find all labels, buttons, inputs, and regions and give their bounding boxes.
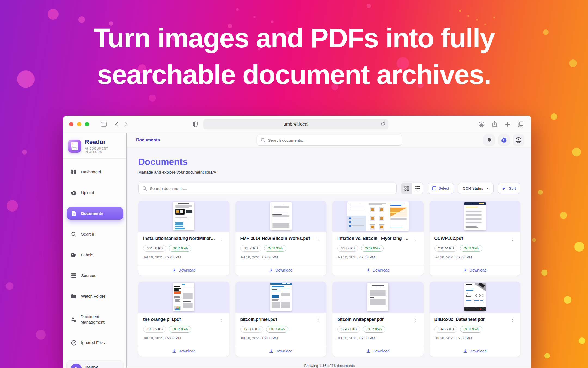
sidebar-item-label: Sources — [81, 273, 96, 278]
watch-folder-icon — [71, 293, 77, 299]
sidebar-item-upload[interactable]: Upload — [67, 186, 123, 199]
upload-icon — [71, 190, 77, 196]
decorative-dot — [459, 10, 461, 12]
back-icon[interactable] — [112, 120, 121, 128]
download-icon — [463, 268, 467, 272]
notifications-button[interactable] — [483, 134, 495, 146]
document-card[interactable]: CCWP102.pdf⋮231.44 KBOCR 95%Jul 10, 2025… — [430, 201, 521, 276]
sidebar-scrollbar[interactable] — [126, 133, 127, 368]
sort-icon — [503, 187, 506, 190]
download-button[interactable]: Download — [430, 265, 521, 276]
address-bar[interactable]: umbrel.local — [203, 119, 388, 129]
sidebar-item-document-management[interactable]: Document Management — [67, 311, 123, 328]
document-card[interactable]: the orange pill.pdf⋮183.02 KBOCR 95%Jul … — [138, 282, 229, 357]
document-date: Jul 10, 2025, 09:08 PM — [240, 255, 322, 259]
decorative-dot — [538, 190, 543, 195]
list-view-button[interactable] — [412, 183, 423, 194]
sidebar-item-dashboard[interactable]: Dashboard — [67, 166, 123, 178]
more-options-button[interactable]: ⋮ — [315, 317, 321, 322]
page-subtitle: Manage and explore your document library — [138, 170, 520, 174]
search-icon — [71, 231, 77, 237]
decorative-dot — [48, 9, 59, 20]
readur-logo-icon — [68, 140, 81, 153]
decorative-dot — [253, 16, 256, 18]
downloads-icon[interactable] — [477, 120, 486, 128]
document-card[interactable]: bitcoin whitepaper.pdf⋮179.97 KBOCR 95%J… — [332, 282, 424, 357]
sidebar-item-labels[interactable]: Labels — [67, 249, 123, 261]
labels-icon — [71, 252, 77, 258]
more-options-button[interactable]: ⋮ — [509, 317, 516, 322]
sidebar-item-search[interactable]: Search — [67, 228, 123, 240]
download-button[interactable]: Download — [138, 346, 229, 357]
sidebar-item-documents[interactable]: Documents — [67, 207, 123, 220]
grid-view-button[interactable] — [401, 183, 412, 194]
user-avatar: D — [71, 364, 82, 368]
sidebar-item-watch-folder[interactable]: Watch Folder — [67, 290, 123, 303]
more-options-button[interactable]: ⋮ — [509, 236, 516, 242]
decorative-dot — [467, 15, 469, 17]
reload-icon[interactable] — [381, 121, 385, 127]
ocr-status-badge: OCR 95% — [169, 245, 191, 252]
more-options-button[interactable]: ⋮ — [412, 317, 419, 322]
ocr-status-badge: OCR 95% — [169, 326, 191, 333]
sidebar-item-sources[interactable]: Sources — [67, 269, 123, 282]
zoom-window-button[interactable] — [85, 122, 89, 126]
more-options-button[interactable]: ⋮ — [218, 317, 225, 322]
breadcrumb[interactable]: Documents — [136, 138, 160, 143]
document-thumbnail — [138, 201, 229, 232]
global-search[interactable] — [257, 135, 402, 146]
select-button[interactable]: Select — [428, 183, 454, 194]
document-date: Jul 10, 2025, 09:08 PM — [143, 336, 225, 340]
sidebar-item-ignored-files[interactable]: Ignored Files — [67, 337, 123, 349]
privacy-shield-icon[interactable] — [191, 120, 200, 128]
file-size-badge: 86.86 KB — [240, 245, 261, 252]
download-icon — [172, 349, 176, 353]
brand-tagline: AI DOCUMENT PLATFORM — [85, 147, 122, 153]
more-options-button[interactable]: ⋮ — [412, 236, 419, 242]
download-button[interactable]: Download — [138, 265, 229, 276]
download-icon — [463, 349, 467, 353]
document-card[interactable]: BitBox02_Datasheet.pdf⋮189.37 KBOCR 95%J… — [430, 282, 521, 357]
sort-button[interactable]: Sort — [498, 183, 520, 194]
close-window-button[interactable] — [69, 122, 74, 126]
tab-overview-icon[interactable] — [516, 120, 525, 128]
page-title: Documents — [138, 157, 520, 167]
decorative-dot — [22, 150, 27, 155]
download-button[interactable]: Download — [430, 346, 521, 357]
document-thumbnail — [332, 201, 424, 232]
ignored-files-icon — [71, 340, 77, 346]
forward-icon[interactable] — [121, 120, 131, 128]
file-size-badge: 338.7 KB — [337, 245, 358, 252]
decorative-dot — [579, 337, 585, 344]
document-name: BitBox02_Datasheet.pdf — [434, 317, 487, 322]
decorative-dot — [541, 270, 547, 276]
account-button[interactable] — [513, 134, 524, 146]
document-search[interactable] — [138, 183, 397, 194]
more-options-button[interactable]: ⋮ — [315, 236, 321, 242]
user-card[interactable]: D Denny admin@readur.com — [66, 360, 124, 368]
download-button[interactable]: Download — [332, 265, 424, 276]
download-button[interactable]: Download — [235, 346, 327, 357]
decorative-dot — [6, 282, 13, 290]
sidebar-toggle-icon[interactable] — [99, 120, 108, 128]
share-icon[interactable] — [490, 120, 499, 128]
minimize-window-button[interactable] — [77, 122, 81, 126]
download-button[interactable]: Download — [332, 346, 424, 357]
more-options-button[interactable]: ⋮ — [218, 236, 225, 242]
document-card[interactable]: bitcoin.primer.pdf⋮176.66 KBOCR 95%Jul 1… — [235, 282, 327, 357]
global-search-input[interactable] — [268, 138, 398, 143]
download-icon — [172, 268, 176, 272]
new-tab-icon[interactable] — [503, 120, 512, 128]
download-button[interactable]: Download — [235, 265, 327, 276]
document-card[interactable]: Installationsanleitung NerdMiner.pdf⋮364… — [138, 201, 229, 276]
ocr-status-dropdown[interactable]: OCR Status — [458, 183, 494, 194]
theme-toggle-button[interactable] — [498, 134, 510, 146]
sidebar-item-label: Labels — [81, 252, 93, 258]
document-name: Inflation vs. Bitcoin_ Flyer lang_RGB.pd… — [337, 236, 412, 241]
document-card[interactable]: Inflation vs. Bitcoin_ Flyer lang_RGB.pd… — [332, 201, 424, 276]
document-search-input[interactable] — [150, 186, 393, 191]
document-card[interactable]: FMF-2014-How-Bitcoin-Works.pdf⋮86.86 KBO… — [235, 201, 327, 276]
view-toggle — [401, 183, 423, 194]
ocr-status-badge: OCR 95% — [460, 326, 482, 333]
user-name: Denny — [85, 365, 115, 368]
